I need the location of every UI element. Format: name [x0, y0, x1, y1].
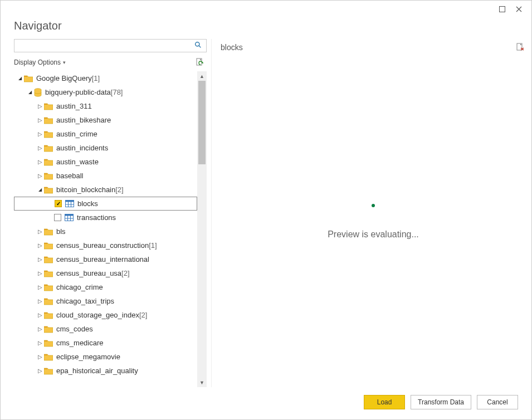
tree-node-dataset[interactable]: ▷austin_waste	[14, 155, 197, 169]
tree-node-label: baseball	[56, 172, 83, 180]
navigator-tree[interactable]: ◢Google BigQuery [1]◢bigquery-public-dat…	[14, 71, 197, 387]
svg-rect-8	[44, 131, 47, 133]
tree-node-table[interactable]: ✓blocks	[14, 197, 197, 211]
tree-node-dataset[interactable]: ▷austin_311	[14, 99, 197, 113]
expand-icon[interactable]: ▷	[36, 298, 44, 304]
svg-rect-27	[44, 285, 47, 286]
scroll-track[interactable]	[197, 81, 207, 378]
tree-node-dataset[interactable]: ▷austin_incidents	[14, 141, 197, 155]
tree-node-dataset[interactable]: ▷census_bureau_construction [1]	[14, 238, 197, 252]
expand-icon[interactable]: ▷	[36, 326, 44, 332]
tree-node-root[interactable]: ◢Google BigQuery [1]	[14, 71, 197, 85]
svg-line-2	[199, 46, 201, 47]
tree-node-label: bitcoin_blockchain	[56, 185, 115, 194]
tree-node-dataset[interactable]: ▷epa_historical_air_quality	[14, 364, 197, 378]
tree-node-dataset[interactable]: ▷chicago_crime	[14, 280, 197, 294]
tree-node-dataset[interactable]: ▷census_bureau_usa [2]	[14, 266, 197, 280]
scroll-up-arrow[interactable]: ▲	[197, 71, 207, 81]
svg-point-1	[196, 42, 199, 46]
checkbox[interactable]: ✓	[55, 200, 62, 207]
folder-icon	[44, 228, 53, 236]
expand-icon[interactable]: ▷	[36, 131, 44, 137]
folder-icon	[44, 242, 53, 250]
expand-icon[interactable]: ▷	[36, 354, 44, 360]
svg-rect-10	[44, 159, 47, 160]
search-icon[interactable]	[192, 41, 204, 50]
tree-node-label: cms_codes	[56, 325, 93, 333]
tree-node-count: [78]	[111, 88, 123, 96]
transform-data-button[interactable]: Transform Data	[411, 395, 471, 409]
tree-node-dataset[interactable]: ▷cms_codes	[14, 322, 197, 336]
expand-icon[interactable]: ▷	[36, 159, 44, 165]
tree-node-dataset[interactable]: ▷eclipse_megamovie	[14, 350, 197, 364]
chevron-down-icon: ▾	[63, 60, 66, 65]
tree-node-count: [2]	[115, 185, 123, 194]
expand-icon[interactable]: ▷	[36, 256, 44, 262]
svg-rect-23	[44, 229, 47, 230]
tree-node-label: blocks	[77, 199, 98, 208]
search-box[interactable]	[14, 39, 207, 52]
expand-icon[interactable]: ▷	[36, 340, 44, 346]
folder-icon	[44, 144, 53, 152]
tree-node-label: chicago_taxi_trips	[56, 297, 114, 305]
expand-icon[interactable]: ▷	[36, 270, 44, 276]
tree-node-table[interactable]: transactions	[14, 211, 197, 224]
tree-node-dataset[interactable]: ▷austin_bikeshare	[14, 113, 197, 127]
collapse-icon[interactable]: ◢	[16, 76, 24, 81]
cancel-button[interactable]: Cancel	[477, 395, 518, 409]
table-icon	[65, 200, 74, 207]
checkbox[interactable]	[54, 214, 61, 221]
tree-node-dataset[interactable]: ◢bitcoin_blockchain [2]	[14, 183, 197, 197]
tree-node-dataset[interactable]: ▷chicago_taxi_trips	[14, 294, 197, 308]
display-options-dropdown[interactable]: Display Options ▾	[14, 58, 66, 66]
tree-node-project[interactable]: ◢bigquery-public-data [78]	[14, 85, 197, 99]
svg-rect-6	[44, 104, 47, 105]
expand-icon[interactable]: ▷	[36, 284, 44, 290]
search-input[interactable]	[17, 41, 192, 51]
navigator-window: Navigator Display Options ▾	[0, 0, 532, 420]
dialog-header: Navigator	[1, 17, 531, 39]
expand-icon[interactable]: ▷	[36, 103, 44, 109]
expand-icon[interactable]: ▷	[36, 228, 44, 235]
scrollbar[interactable]: ▲ ▼	[197, 71, 207, 387]
expand-icon[interactable]: ▷	[36, 117, 44, 123]
tree-node-dataset[interactable]: ▷cms_medicare	[14, 336, 197, 350]
expand-icon[interactable]: ▷	[36, 145, 44, 151]
refresh-button[interactable]	[194, 57, 206, 68]
tree-node-label: epa_historical_air_quality	[56, 367, 138, 375]
folder-icon	[44, 270, 53, 277]
folder-icon	[44, 297, 53, 305]
collapse-icon[interactable]: ◢	[36, 187, 44, 192]
scroll-down-arrow[interactable]: ▼	[197, 378, 207, 387]
expand-icon[interactable]: ▷	[36, 242, 44, 248]
scroll-thumb[interactable]	[198, 81, 206, 164]
tree-node-dataset[interactable]: ▷cloud_storage_geo_index [2]	[14, 308, 197, 322]
folder-icon	[44, 158, 53, 166]
expand-icon[interactable]: ▷	[36, 173, 44, 179]
tree-node-dataset[interactable]: ▷baseball	[14, 169, 197, 183]
tree-node-label: austin_waste	[56, 158, 99, 166]
tree-node-count: [2]	[121, 269, 129, 277]
load-button[interactable]: Load	[364, 395, 405, 409]
table-icon	[65, 214, 74, 221]
folder-icon	[24, 75, 33, 82]
svg-rect-7	[44, 118, 47, 119]
expand-icon[interactable]: ▷	[36, 312, 44, 318]
svg-rect-25	[44, 257, 47, 258]
clear-preview-button[interactable]	[515, 42, 526, 53]
close-button[interactable]	[510, 3, 527, 15]
svg-rect-30	[44, 326, 47, 328]
folder-icon	[44, 284, 53, 291]
restore-button[interactable]	[494, 3, 510, 15]
tree-node-label: austin_crime	[56, 130, 97, 138]
svg-rect-33	[44, 368, 47, 369]
tree-node-label: cloud_storage_geo_index	[56, 311, 139, 319]
tree-node-label: census_bureau_international	[56, 255, 149, 263]
expand-icon[interactable]: ▷	[36, 368, 44, 374]
collapse-icon[interactable]: ◢	[26, 90, 34, 95]
folder-icon	[44, 353, 53, 361]
tree-node-dataset[interactable]: ▷austin_crime	[14, 127, 197, 141]
tree-node-dataset[interactable]: ▷bls	[14, 224, 197, 238]
svg-rect-11	[44, 173, 47, 174]
tree-node-dataset[interactable]: ▷census_bureau_international	[14, 252, 197, 266]
